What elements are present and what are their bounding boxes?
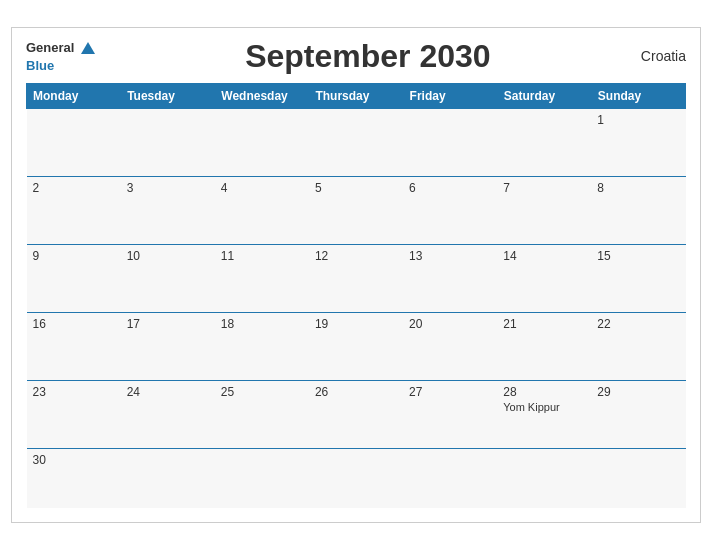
calendar-day-cell: 13 [403, 244, 497, 312]
weekday-tuesday: Tuesday [121, 83, 215, 108]
calendar-day-cell [309, 108, 403, 176]
day-number: 28 [503, 385, 585, 399]
day-number: 23 [33, 385, 115, 399]
calendar-day-cell [215, 448, 309, 508]
day-number: 7 [503, 181, 585, 195]
day-number: 18 [221, 317, 303, 331]
calendar-day-cell: 3 [121, 176, 215, 244]
calendar-day-cell [309, 448, 403, 508]
calendar-day-cell [403, 448, 497, 508]
calendar-day-cell: 27 [403, 380, 497, 448]
calendar-day-cell: 19 [309, 312, 403, 380]
day-number: 24 [127, 385, 209, 399]
logo: General Blue [26, 38, 95, 74]
day-number: 26 [315, 385, 397, 399]
calendar-day-cell: 24 [121, 380, 215, 448]
day-number: 6 [409, 181, 491, 195]
day-number: 15 [597, 249, 679, 263]
calendar-day-cell: 7 [497, 176, 591, 244]
calendar-day-cell: 25 [215, 380, 309, 448]
calendar-day-cell: 2 [27, 176, 121, 244]
day-number: 4 [221, 181, 303, 195]
calendar-day-cell: 18 [215, 312, 309, 380]
logo-general-text: General [26, 40, 74, 55]
weekday-monday: Monday [27, 83, 121, 108]
calendar-day-cell: 10 [121, 244, 215, 312]
calendar-week-row: 232425262728Yom Kippur29 [27, 380, 686, 448]
calendar-day-cell: 1 [591, 108, 685, 176]
calendar-day-cell [497, 108, 591, 176]
calendar-day-cell [403, 108, 497, 176]
day-number: 17 [127, 317, 209, 331]
weekday-header-row: Monday Tuesday Wednesday Thursday Friday… [27, 83, 686, 108]
day-number: 19 [315, 317, 397, 331]
calendar-day-cell: 26 [309, 380, 403, 448]
day-number: 20 [409, 317, 491, 331]
calendar-title: September 2030 [95, 38, 641, 75]
calendar-day-cell: 21 [497, 312, 591, 380]
calendar-week-row: 1 [27, 108, 686, 176]
day-number: 10 [127, 249, 209, 263]
calendar-day-cell [591, 448, 685, 508]
calendar-day-cell: 9 [27, 244, 121, 312]
calendar-day-cell: 5 [309, 176, 403, 244]
calendar-container: General Blue September 2030 Croatia Mond… [11, 27, 701, 524]
day-number: 22 [597, 317, 679, 331]
calendar-day-cell [121, 448, 215, 508]
calendar-day-cell: 17 [121, 312, 215, 380]
calendar-grid: Monday Tuesday Wednesday Thursday Friday… [26, 83, 686, 509]
calendar-day-cell: 30 [27, 448, 121, 508]
weekday-saturday: Saturday [497, 83, 591, 108]
calendar-country: Croatia [641, 48, 686, 64]
day-number: 2 [33, 181, 115, 195]
day-number: 3 [127, 181, 209, 195]
calendar-day-cell: 16 [27, 312, 121, 380]
logo-blue-text: Blue [26, 58, 54, 73]
calendar-day-cell: 14 [497, 244, 591, 312]
day-number: 5 [315, 181, 397, 195]
calendar-day-cell: 22 [591, 312, 685, 380]
calendar-week-row: 16171819202122 [27, 312, 686, 380]
calendar-day-cell: 4 [215, 176, 309, 244]
day-number: 14 [503, 249, 585, 263]
day-number: 1 [597, 113, 679, 127]
day-number: 11 [221, 249, 303, 263]
calendar-week-row: 9101112131415 [27, 244, 686, 312]
calendar-week-row: 2345678 [27, 176, 686, 244]
calendar-day-cell: 6 [403, 176, 497, 244]
calendar-day-cell: 28Yom Kippur [497, 380, 591, 448]
calendar-header: General Blue September 2030 Croatia [26, 38, 686, 75]
calendar-day-cell: 8 [591, 176, 685, 244]
weekday-sunday: Sunday [591, 83, 685, 108]
calendar-week-row: 30 [27, 448, 686, 508]
day-number: 12 [315, 249, 397, 263]
calendar-day-cell [497, 448, 591, 508]
weekday-thursday: Thursday [309, 83, 403, 108]
day-number: 29 [597, 385, 679, 399]
calendar-day-cell [215, 108, 309, 176]
day-number: 13 [409, 249, 491, 263]
day-number: 25 [221, 385, 303, 399]
calendar-day-cell: 20 [403, 312, 497, 380]
day-number: 21 [503, 317, 585, 331]
calendar-day-cell: 12 [309, 244, 403, 312]
weekday-wednesday: Wednesday [215, 83, 309, 108]
calendar-day-cell [121, 108, 215, 176]
day-number: 8 [597, 181, 679, 195]
logo-triangle-icon [81, 42, 95, 54]
calendar-day-cell [27, 108, 121, 176]
day-number: 16 [33, 317, 115, 331]
calendar-event: Yom Kippur [503, 401, 585, 413]
day-number: 27 [409, 385, 491, 399]
weekday-friday: Friday [403, 83, 497, 108]
logo-line1: General [26, 38, 95, 56]
day-number: 30 [33, 453, 115, 467]
calendar-day-cell: 23 [27, 380, 121, 448]
calendar-day-cell: 15 [591, 244, 685, 312]
calendar-day-cell: 11 [215, 244, 309, 312]
calendar-day-cell: 29 [591, 380, 685, 448]
day-number: 9 [33, 249, 115, 263]
